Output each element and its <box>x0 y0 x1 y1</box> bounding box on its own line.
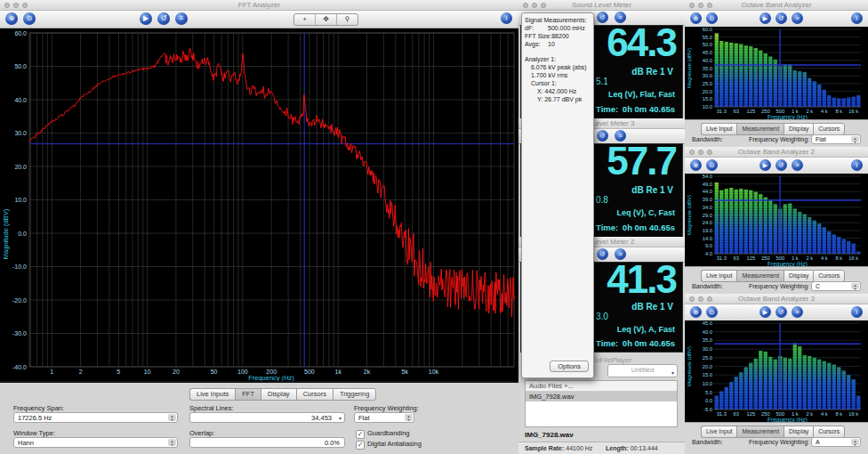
info-button[interactable]: i <box>851 159 863 171</box>
weighting-select[interactable]: Flat▲▼ <box>811 134 861 144</box>
export-button[interactable]: ≡ <box>792 12 803 24</box>
info-button[interactable]: i <box>851 306 863 318</box>
stepper-icon[interactable]: ▲▼ <box>168 414 176 421</box>
stepper-icon[interactable]: ▲▼ <box>851 439 859 445</box>
tab-display[interactable]: Display <box>784 270 813 282</box>
window-controls[interactable] <box>689 3 712 8</box>
channel-view-button[interactable]: ⊙ <box>706 12 718 24</box>
window-controls[interactable] <box>689 296 712 302</box>
minimize-icon[interactable] <box>532 3 537 8</box>
spectral-lines-select[interactable]: 34,453▾ <box>189 412 345 423</box>
play-button[interactable]: ▶ <box>760 306 771 318</box>
cursor-y-reading: Y: 26.77 dBV pk <box>525 95 591 103</box>
info-button[interactable]: i <box>851 12 863 24</box>
octave-band-chart[interactable]: 60.055.050.045.040.035.030.025.020.015.0… <box>685 27 868 120</box>
tab-display[interactable]: Display <box>784 426 813 438</box>
close-icon[interactable] <box>689 150 695 155</box>
fft-spectrum-plot[interactable]: 60.050.040.030.020.010.00.0-10.0-20.0-30… <box>0 28 518 381</box>
input-settings-button[interactable]: ⊕ <box>5 12 18 25</box>
export-button[interactable]: ≡ <box>175 12 188 25</box>
snapshot-button[interactable]: ↺ <box>776 12 787 24</box>
zoom-icon[interactable] <box>707 296 712 302</box>
close-icon[interactable] <box>689 296 695 302</box>
guardbanding-checkbox[interactable]: ✓Guardbanding <box>356 429 410 439</box>
channel-view-button[interactable]: ⊙ <box>706 306 718 318</box>
zoom-icon[interactable] <box>707 3 712 8</box>
bandwidth-label: Bandwidth: <box>692 439 723 445</box>
snapshot-button[interactable]: ↺ <box>157 12 170 25</box>
svg-text:2: 2 <box>79 369 83 375</box>
info-button[interactable]: i <box>501 12 512 24</box>
svg-text:4 k: 4 k <box>821 109 828 114</box>
close-icon[interactable] <box>689 3 695 8</box>
file-list-item[interactable] <box>526 411 677 421</box>
stepper-icon[interactable]: ▲▼ <box>168 439 176 446</box>
snapshot-button[interactable]: ↺ <box>776 159 787 171</box>
frequency-weighting-select[interactable]: Flat▲▼ <box>354 412 414 423</box>
play-button[interactable]: ▶ <box>140 12 152 25</box>
input-settings-button[interactable]: ⊕ <box>690 306 702 318</box>
zoom-tool-group: + ✥ ⚲ <box>293 13 358 26</box>
tab-live-input[interactable]: Live Input <box>701 426 736 438</box>
stepper-icon[interactable]: ▲▼ <box>405 414 413 421</box>
channel-view-button[interactable]: ⊙ <box>706 159 718 171</box>
options-button[interactable]: Options <box>550 361 589 372</box>
close-icon[interactable] <box>4 3 10 8</box>
minimize-icon[interactable] <box>698 150 703 155</box>
svg-text:Frequency (Hz): Frequency (Hz) <box>248 374 294 381</box>
tab-display[interactable]: Display <box>261 388 296 401</box>
checkbox-icon[interactable]: ✓ <box>356 441 365 450</box>
file-list-item[interactable] <box>526 421 677 431</box>
window-controls[interactable] <box>523 3 546 8</box>
zoom-icon[interactable] <box>541 3 546 8</box>
window-controls[interactable] <box>689 150 712 155</box>
tab-live-inputs[interactable]: Live Inputs <box>189 388 235 401</box>
close-icon[interactable] <box>523 3 528 8</box>
stepper-icon[interactable]: ▲▼ <box>851 136 859 142</box>
tab-cursors[interactable]: Cursors <box>813 426 845 438</box>
tab-cursors[interactable]: Cursors <box>813 123 845 135</box>
export-button[interactable]: ≡ <box>792 159 803 171</box>
tab-cursors[interactable]: Cursors <box>296 388 333 401</box>
zoom-in-tool-button[interactable]: + <box>294 14 316 25</box>
frequency-span-select[interactable]: 17226.5 Hz▲▼ <box>13 412 178 423</box>
octave-band-chart[interactable]: 54.049.044.039.034.029.024.019.014.09.04… <box>685 174 868 267</box>
export-button[interactable]: ≡ <box>792 306 803 318</box>
play-button[interactable]: ▶ <box>760 12 771 24</box>
channel-view-button[interactable]: ⊙ <box>23 12 36 25</box>
play-button[interactable]: ▶ <box>760 159 771 171</box>
bandwidth-label: Bandwidth: <box>692 283 723 289</box>
tab-live-input[interactable]: Live Input <box>701 270 736 282</box>
overlap-field[interactable]: 0.0% <box>189 437 345 448</box>
zoom-icon[interactable] <box>22 3 28 8</box>
file-list-item[interactable]: IMG_7928.wav <box>526 392 677 401</box>
minimize-icon[interactable] <box>698 296 703 302</box>
checkbox-icon[interactable]: ✓ <box>356 430 365 439</box>
window-type-select[interactable]: Hann▲▼ <box>13 437 178 448</box>
pan-tool-button[interactable]: ✥ <box>316 14 337 25</box>
preset-select[interactable]: Untitled▾ <box>607 364 678 377</box>
stepper-icon[interactable]: ▲▼ <box>851 283 859 289</box>
input-settings-button[interactable]: ⊕ <box>690 159 702 171</box>
minimize-icon[interactable] <box>698 3 703 8</box>
tab-live-input[interactable]: Live Input <box>701 123 736 135</box>
tab-cursors[interactable]: Cursors <box>813 270 845 282</box>
weighting-select[interactable]: C▲▼ <box>811 281 861 291</box>
weighting-select[interactable]: A▲▼ <box>811 437 861 447</box>
octave-band-chart[interactable]: 45.040.035.030.025.020.015.010.05.00.0-5… <box>685 320 868 423</box>
tab-measurement[interactable]: Measurement <box>736 426 784 438</box>
input-settings-button[interactable]: ⊕ <box>690 12 702 24</box>
magnifier-tool-button[interactable]: ⚲ <box>337 14 358 25</box>
tab-measurement[interactable]: Measurement <box>736 270 784 282</box>
snapshot-button[interactable]: ↺ <box>776 306 787 318</box>
tab-fft[interactable]: FFT <box>235 388 261 401</box>
digital-antialiasing-checkbox[interactable]: ✓Digital Antialiasing <box>356 440 422 450</box>
zoom-icon[interactable] <box>707 150 712 155</box>
window-controls[interactable] <box>4 3 28 8</box>
tab-display[interactable]: Display <box>784 123 813 135</box>
tab-measurement[interactable]: Measurement <box>736 123 784 135</box>
audio-file-list[interactable]: Audio Files +... IMG_7928.wav <box>525 380 678 427</box>
file-list-item[interactable] <box>526 401 677 411</box>
minimize-icon[interactable] <box>13 3 19 8</box>
tab-triggering[interactable]: Triggering <box>333 388 377 401</box>
